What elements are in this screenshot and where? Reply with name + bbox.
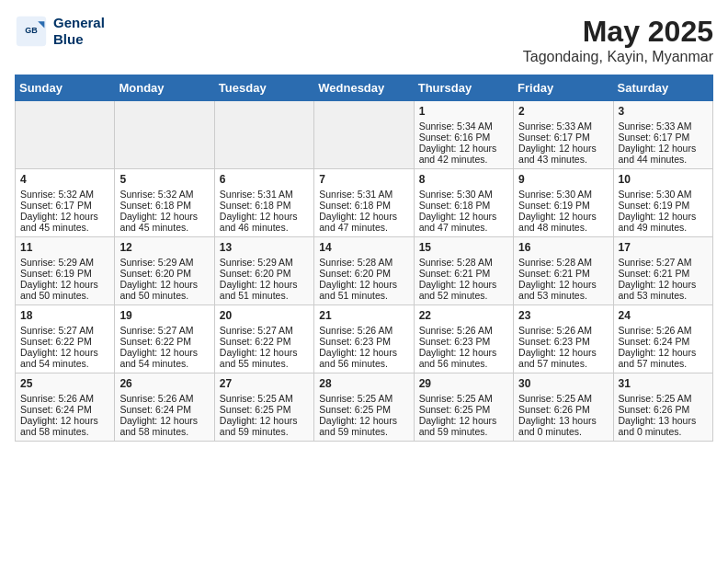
calendar-cell: 6Sunrise: 5:31 AMSunset: 6:18 PMDaylight… bbox=[214, 169, 313, 237]
day-info: and 51 minutes. bbox=[220, 290, 309, 301]
day-info: Daylight: 12 hours bbox=[119, 347, 209, 358]
day-info: Sunrise: 5:31 AM bbox=[319, 189, 408, 200]
day-info: Sunset: 6:19 PM bbox=[20, 268, 109, 279]
day-info: Sunset: 6:19 PM bbox=[619, 200, 708, 211]
day-number: 7 bbox=[319, 173, 408, 186]
day-info: Sunset: 6:21 PM bbox=[419, 268, 508, 279]
location: Tagondaing, Kayin, Myanmar bbox=[523, 49, 713, 65]
calendar-cell bbox=[214, 101, 313, 169]
day-info: Sunrise: 5:25 AM bbox=[518, 393, 608, 404]
day-info: Daylight: 12 hours bbox=[220, 347, 309, 358]
calendar-table: SundayMondayTuesdayWednesdayThursdayFrid… bbox=[15, 75, 713, 442]
day-info: Sunrise: 5:32 AM bbox=[20, 189, 109, 200]
day-info: Sunset: 6:23 PM bbox=[419, 336, 508, 347]
day-info: Sunrise: 5:31 AM bbox=[220, 189, 309, 200]
day-info: and 59 minutes. bbox=[419, 426, 508, 437]
calendar-cell: 4Sunrise: 5:32 AMSunset: 6:17 PMDaylight… bbox=[16, 169, 115, 237]
calendar-cell: 17Sunrise: 5:27 AMSunset: 6:21 PMDayligh… bbox=[613, 237, 712, 305]
day-info: Sunrise: 5:27 AM bbox=[619, 257, 708, 268]
calendar-cell: 20Sunrise: 5:27 AMSunset: 6:22 PMDayligh… bbox=[214, 305, 313, 373]
day-info: Sunset: 6:18 PM bbox=[119, 200, 209, 211]
day-info: Daylight: 12 hours bbox=[319, 415, 408, 426]
day-info: Daylight: 12 hours bbox=[20, 279, 109, 290]
calendar-cell: 18Sunrise: 5:27 AMSunset: 6:22 PMDayligh… bbox=[16, 305, 115, 373]
day-info: and 58 minutes. bbox=[20, 426, 109, 437]
calendar-cell bbox=[314, 101, 414, 169]
day-info: Sunrise: 5:33 AM bbox=[619, 121, 708, 132]
day-number: 20 bbox=[220, 309, 309, 322]
day-number: 9 bbox=[518, 173, 608, 186]
day-info: Sunset: 6:18 PM bbox=[419, 200, 508, 211]
day-info: and 42 minutes. bbox=[419, 154, 508, 165]
day-info: Daylight: 12 hours bbox=[220, 279, 309, 290]
svg-text:GB: GB bbox=[25, 26, 38, 35]
day-info: Sunrise: 5:28 AM bbox=[319, 257, 408, 268]
day-info: and 45 minutes. bbox=[20, 222, 109, 233]
day-info: Sunrise: 5:29 AM bbox=[119, 257, 209, 268]
day-info: Daylight: 12 hours bbox=[419, 211, 508, 222]
day-info: Sunset: 6:17 PM bbox=[619, 132, 708, 143]
calendar-cell bbox=[16, 101, 115, 169]
day-info: Sunrise: 5:30 AM bbox=[518, 189, 608, 200]
month-title: May 2025 bbox=[523, 15, 713, 49]
calendar-cell: 19Sunrise: 5:27 AMSunset: 6:22 PMDayligh… bbox=[115, 305, 214, 373]
calendar-cell: 27Sunrise: 5:25 AMSunset: 6:25 PMDayligh… bbox=[214, 373, 313, 442]
calendar-cell: 14Sunrise: 5:28 AMSunset: 6:20 PMDayligh… bbox=[314, 237, 414, 305]
day-info: and 56 minutes. bbox=[319, 358, 408, 369]
day-info: Sunset: 6:26 PM bbox=[619, 404, 708, 415]
day-info: Sunrise: 5:32 AM bbox=[119, 189, 209, 200]
weekday-header: Thursday bbox=[414, 75, 513, 101]
calendar-cell: 7Sunrise: 5:31 AMSunset: 6:18 PMDaylight… bbox=[314, 169, 414, 237]
day-info: Sunrise: 5:26 AM bbox=[619, 325, 708, 336]
calendar-cell: 16Sunrise: 5:28 AMSunset: 6:21 PMDayligh… bbox=[514, 237, 613, 305]
day-info: and 46 minutes. bbox=[220, 222, 309, 233]
day-info: and 57 minutes. bbox=[619, 358, 708, 369]
day-info: Daylight: 12 hours bbox=[419, 415, 508, 426]
logo: GB General Blue bbox=[15, 15, 105, 48]
day-info: Sunset: 6:25 PM bbox=[220, 404, 309, 415]
day-info: Sunrise: 5:25 AM bbox=[220, 393, 309, 404]
day-info: and 56 minutes. bbox=[419, 358, 508, 369]
weekday-header: Friday bbox=[514, 75, 613, 101]
day-info: Sunset: 6:17 PM bbox=[20, 200, 109, 211]
day-number: 31 bbox=[619, 377, 708, 390]
day-number: 23 bbox=[518, 309, 608, 322]
day-number: 26 bbox=[119, 377, 209, 390]
day-info: and 44 minutes. bbox=[619, 154, 708, 165]
calendar-cell: 1Sunrise: 5:34 AMSunset: 6:16 PMDaylight… bbox=[414, 101, 513, 169]
calendar-cell: 2Sunrise: 5:33 AMSunset: 6:17 PMDaylight… bbox=[514, 101, 613, 169]
day-info: and 52 minutes. bbox=[419, 290, 508, 301]
day-info: Daylight: 12 hours bbox=[319, 279, 408, 290]
day-info: Sunrise: 5:26 AM bbox=[518, 325, 608, 336]
weekday-header: Tuesday bbox=[214, 75, 313, 101]
day-info: Sunset: 6:16 PM bbox=[419, 132, 508, 143]
day-info: Sunset: 6:25 PM bbox=[419, 404, 508, 415]
weekday-header: Monday bbox=[115, 75, 214, 101]
day-info: and 0 minutes. bbox=[518, 426, 608, 437]
calendar-week-row: 18Sunrise: 5:27 AMSunset: 6:22 PMDayligh… bbox=[16, 305, 713, 373]
day-number: 21 bbox=[319, 309, 408, 322]
day-number: 16 bbox=[518, 241, 608, 254]
day-number: 8 bbox=[419, 173, 508, 186]
calendar-cell: 11Sunrise: 5:29 AMSunset: 6:19 PMDayligh… bbox=[16, 237, 115, 305]
day-info: and 0 minutes. bbox=[619, 426, 708, 437]
calendar-cell: 12Sunrise: 5:29 AMSunset: 6:20 PMDayligh… bbox=[115, 237, 214, 305]
day-info: and 50 minutes. bbox=[20, 290, 109, 301]
calendar-cell: 30Sunrise: 5:25 AMSunset: 6:26 PMDayligh… bbox=[514, 373, 613, 442]
day-number: 6 bbox=[220, 173, 309, 186]
day-info: Daylight: 12 hours bbox=[619, 279, 708, 290]
day-info: Sunrise: 5:34 AM bbox=[419, 121, 508, 132]
day-info: Sunrise: 5:26 AM bbox=[119, 393, 209, 404]
calendar-week-row: 11Sunrise: 5:29 AMSunset: 6:19 PMDayligh… bbox=[16, 237, 713, 305]
day-info: Sunrise: 5:28 AM bbox=[419, 257, 508, 268]
day-info: and 54 minutes. bbox=[20, 358, 109, 369]
day-number: 24 bbox=[619, 309, 708, 322]
day-number: 11 bbox=[20, 241, 109, 254]
day-number: 19 bbox=[119, 309, 209, 322]
day-info: and 47 minutes. bbox=[319, 222, 408, 233]
calendar-cell: 29Sunrise: 5:25 AMSunset: 6:25 PMDayligh… bbox=[414, 373, 513, 442]
day-number: 27 bbox=[220, 377, 309, 390]
day-number: 17 bbox=[619, 241, 708, 254]
day-number: 25 bbox=[20, 377, 109, 390]
day-info: Daylight: 12 hours bbox=[220, 211, 309, 222]
